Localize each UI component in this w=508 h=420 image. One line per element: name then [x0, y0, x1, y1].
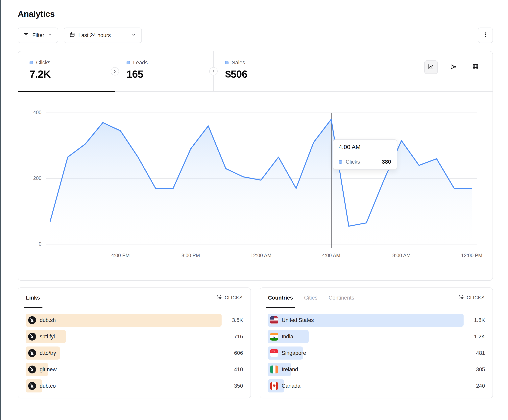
grid-icon [472, 63, 479, 71]
y-axis-tick: 400 [18, 109, 41, 115]
area-fill [50, 119, 472, 244]
list-item[interactable]: git.new410 [26, 363, 243, 376]
chart-view-switcher [424, 60, 482, 74]
item-value: 410 [222, 367, 243, 373]
flag-icon [270, 333, 278, 340]
leads-value: 165 [127, 68, 213, 80]
flag-icon [270, 316, 278, 324]
list-item[interactable]: d.to/try606 [26, 347, 243, 360]
tab-links[interactable]: Links [26, 288, 40, 308]
list-item[interactable]: Ireland305 [268, 363, 485, 376]
item-value: 3.5K [222, 317, 243, 323]
leads-label: Leads [133, 60, 148, 66]
list-item[interactable]: dub.sh3.5K [26, 314, 243, 327]
page-title: Analytics [18, 9, 493, 19]
line-chart-view-button[interactable] [424, 60, 438, 74]
analytics-page: Analytics Filter [1, 0, 508, 398]
item-label: Canada [282, 383, 300, 389]
filter-button-label: Filter [32, 32, 44, 38]
chevron-down-icon [131, 32, 136, 39]
funnel-view-button[interactable] [447, 60, 460, 74]
item-label: United States [282, 317, 314, 323]
x-axis-tick: 4:00 AM [322, 253, 340, 258]
countries-metric-label: CLICKS [467, 295, 485, 301]
sales-label: Sales [232, 60, 245, 66]
x-axis-tick: 12:00 PM [461, 253, 482, 258]
dub-logo-icon [28, 382, 36, 390]
flag-icon [270, 366, 278, 373]
tooltip-value: 380 [382, 159, 391, 165]
filter-icon [23, 32, 29, 39]
cursor-click-icon [458, 294, 464, 301]
item-value: 481 [463, 350, 485, 356]
expand-sales-button[interactable] [209, 67, 218, 75]
funnel-icon [450, 63, 457, 71]
item-value: 240 [463, 383, 485, 389]
item-value: 716 [222, 334, 243, 340]
item-label: d.to/try [40, 350, 56, 356]
list-item[interactable]: Canada240 [268, 379, 485, 392]
list-item[interactable]: dub.co350 [26, 379, 243, 392]
dub-logo-icon [28, 349, 36, 357]
y-axis-tick: 0 [18, 241, 41, 247]
toolbar: Filter Last 24 hours [18, 28, 493, 43]
item-label: spti.fyi [40, 334, 55, 340]
clicks-area-chart[interactable] [46, 108, 477, 249]
countries-panel: Countries Cities Continents CLICKS Unite… [260, 288, 493, 398]
list-item[interactable]: spti.fyi716 [26, 330, 243, 343]
countries-metric-toggle[interactable]: CLICKS [458, 294, 485, 301]
tab-clicks[interactable]: Clicks 7.2K [18, 51, 115, 91]
item-value: 350 [222, 383, 243, 389]
links-metric-toggle[interactable]: CLICKS [217, 294, 243, 301]
dub-logo-icon [28, 333, 36, 340]
flag-icon [270, 382, 278, 390]
stats-row: Clicks 7.2K Leads 165 [18, 51, 493, 92]
list-item[interactable]: Singapore481 [268, 347, 485, 360]
dub-logo-icon [28, 366, 36, 373]
table-view-button[interactable] [469, 60, 482, 74]
more-options-button[interactable] [478, 28, 493, 43]
item-label: dub.sh [40, 317, 56, 323]
list-item[interactable]: India1.2K [268, 330, 485, 343]
item-label: git.new [40, 367, 57, 373]
date-range-label: Last 24 hours [78, 32, 111, 38]
cursor-click-icon [217, 294, 222, 301]
tab-countries[interactable]: Countries [268, 288, 293, 308]
clicks-value: 7.2K [30, 68, 115, 80]
item-label: India [282, 334, 293, 340]
x-axis-tick: 8:00 AM [392, 253, 411, 258]
tab-cities[interactable]: Cities [304, 288, 318, 308]
item-label: Singapore [282, 350, 306, 356]
flag-icon [270, 349, 278, 357]
y-axis-tick: 200 [18, 175, 41, 181]
list-item[interactable]: United States1.8K [268, 314, 485, 327]
filter-button[interactable]: Filter [18, 28, 58, 43]
analytics-chart-card: Clicks 7.2K Leads 165 [18, 51, 493, 281]
leads-series-marker [127, 61, 130, 64]
line-chart-icon [427, 63, 435, 71]
tab-continents[interactable]: Continents [329, 288, 354, 308]
item-value: 1.8K [463, 317, 485, 323]
chart-tooltip: 4:00 AM Clicks 380 [333, 139, 397, 170]
item-label: Ireland [282, 367, 298, 373]
calendar-icon [69, 32, 75, 39]
x-axis-tick: 4:00 PM [111, 253, 130, 258]
kebab-icon [482, 32, 488, 39]
clicks-chart[interactable]: 4002000 4:00 PM8:00 PM12:00 AM4:00 AM8:0… [18, 92, 493, 280]
links-panel: Links CLICKS dub.sh3.5Kspti.fyi716d.to/t… [18, 288, 251, 398]
date-range-button[interactable]: Last 24 hours [64, 28, 142, 43]
chevron-down-icon [47, 32, 52, 39]
item-value: 305 [463, 367, 485, 373]
expand-leads-button[interactable] [111, 67, 119, 75]
tab-leads[interactable]: Leads 165 [115, 51, 213, 91]
clicks-label: Clicks [36, 60, 50, 66]
x-axis-tick: 12:00 AM [251, 253, 272, 258]
dub-logo-icon [28, 316, 36, 324]
sales-series-marker [225, 61, 229, 64]
item-label: dub.co [40, 383, 56, 389]
links-metric-label: CLICKS [225, 295, 243, 301]
item-value: 1.2K [463, 334, 485, 340]
x-axis-tick: 8:00 PM [181, 253, 200, 258]
clicks-series-marker [30, 61, 33, 64]
tooltip-series-name: Clicks [346, 159, 360, 165]
